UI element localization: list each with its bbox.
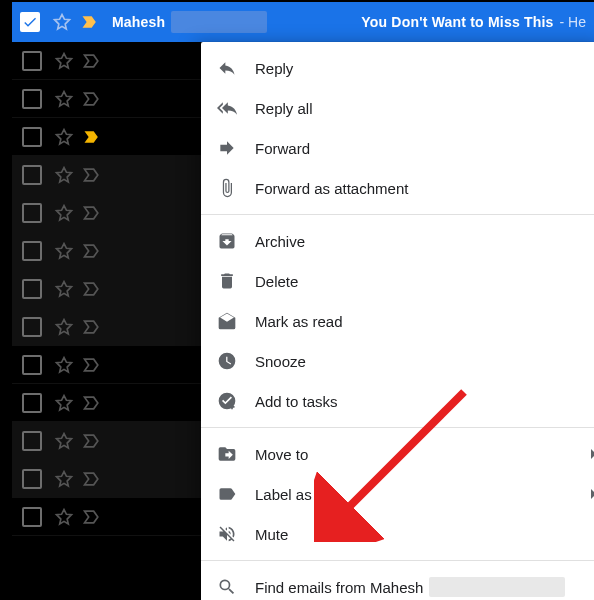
reply-all-icon bbox=[217, 98, 237, 118]
menu-item-move-to[interactable]: Move to bbox=[201, 434, 594, 474]
search-icon bbox=[217, 577, 237, 597]
menu-item-label: Forward bbox=[255, 140, 310, 157]
important-marker-icon[interactable] bbox=[82, 317, 102, 337]
menu-item-mark-read[interactable]: Mark as read bbox=[201, 301, 594, 341]
redacted-surname bbox=[429, 577, 565, 597]
reply-icon bbox=[217, 58, 237, 78]
checkbox-icon[interactable] bbox=[22, 241, 42, 261]
star-icon[interactable] bbox=[54, 127, 74, 147]
checkbox-icon[interactable] bbox=[22, 431, 42, 451]
star-icon[interactable] bbox=[54, 355, 74, 375]
menu-item-forward-attachment[interactable]: Forward as attachment bbox=[201, 168, 594, 208]
checkbox-icon[interactable] bbox=[22, 51, 42, 71]
checkbox-icon[interactable] bbox=[22, 279, 42, 299]
important-marker-icon[interactable] bbox=[82, 51, 102, 71]
menu-divider bbox=[201, 560, 594, 561]
checkbox-icon[interactable] bbox=[22, 203, 42, 223]
important-marker-icon[interactable] bbox=[82, 241, 102, 261]
move-to-icon bbox=[217, 444, 237, 464]
menu-item-label: Move to bbox=[255, 446, 308, 463]
star-icon[interactable] bbox=[54, 279, 74, 299]
checkbox-icon[interactable] bbox=[22, 89, 42, 109]
menu-item-label: Snooze bbox=[255, 353, 306, 370]
menu-item-reply-all[interactable]: Reply all bbox=[201, 88, 594, 128]
menu-item-label: Add to tasks bbox=[255, 393, 338, 410]
important-marker-icon[interactable] bbox=[82, 507, 102, 527]
important-marker-icon[interactable] bbox=[80, 12, 100, 32]
menu-item-label: Reply all bbox=[255, 100, 313, 117]
important-marker-icon[interactable] bbox=[82, 393, 102, 413]
checkbox-checked[interactable] bbox=[20, 12, 40, 32]
delete-icon bbox=[217, 271, 237, 291]
star-icon[interactable] bbox=[54, 203, 74, 223]
star-icon[interactable] bbox=[54, 317, 74, 337]
star-icon[interactable] bbox=[54, 241, 74, 261]
star-icon[interactable] bbox=[54, 165, 74, 185]
checkbox-icon[interactable] bbox=[22, 507, 42, 527]
checkbox-icon[interactable] bbox=[22, 317, 42, 337]
menu-item-label: Archive bbox=[255, 233, 305, 250]
snooze-icon bbox=[217, 351, 237, 371]
important-marker-icon[interactable] bbox=[82, 127, 102, 147]
menu-item-label: Mark as read bbox=[255, 313, 343, 330]
menu-divider bbox=[201, 427, 594, 428]
important-marker-icon[interactable] bbox=[82, 203, 102, 223]
menu-item-label: Reply bbox=[255, 60, 293, 77]
important-marker-icon[interactable] bbox=[82, 165, 102, 185]
star-icon[interactable] bbox=[54, 89, 74, 109]
mark-read-icon bbox=[217, 311, 237, 331]
redacted-sender-surname bbox=[171, 11, 267, 33]
menu-item-mute[interactable]: Mute bbox=[201, 514, 594, 554]
menu-item-label: Delete bbox=[255, 273, 298, 290]
star-icon[interactable] bbox=[54, 507, 74, 527]
menu-item-forward[interactable]: Forward bbox=[201, 128, 594, 168]
checkbox-icon[interactable] bbox=[22, 355, 42, 375]
menu-item-label: Label as bbox=[255, 486, 312, 503]
important-marker-icon[interactable] bbox=[82, 431, 102, 451]
menu-item-label: Find emails from Mahesh bbox=[255, 579, 423, 596]
menu-item-archive[interactable]: Archive bbox=[201, 221, 594, 261]
sender-name: Mahesh bbox=[112, 14, 165, 30]
important-marker-icon[interactable] bbox=[82, 279, 102, 299]
attachment-icon bbox=[217, 178, 237, 198]
important-marker-icon[interactable] bbox=[82, 355, 102, 375]
menu-divider bbox=[201, 214, 594, 215]
checkbox-icon[interactable] bbox=[22, 165, 42, 185]
star-icon[interactable] bbox=[54, 393, 74, 413]
forward-icon bbox=[217, 138, 237, 158]
important-marker-icon[interactable] bbox=[82, 89, 102, 109]
checkbox-icon[interactable] bbox=[22, 127, 42, 147]
checkbox-icon[interactable] bbox=[22, 469, 42, 489]
email-subject: You Don't Want to Miss This bbox=[361, 14, 553, 30]
important-marker-icon[interactable] bbox=[82, 469, 102, 489]
menu-item-add-tasks[interactable]: Add to tasks bbox=[201, 381, 594, 421]
star-icon[interactable] bbox=[54, 431, 74, 451]
menu-item-delete[interactable]: Delete bbox=[201, 261, 594, 301]
context-menu: Reply Reply all Forward Forward as attac… bbox=[201, 42, 594, 600]
star-icon[interactable] bbox=[54, 469, 74, 489]
menu-item-snooze[interactable]: Snooze bbox=[201, 341, 594, 381]
email-preview-snippet: - He bbox=[560, 14, 586, 30]
menu-item-reply[interactable]: Reply bbox=[201, 48, 594, 88]
label-icon bbox=[217, 484, 237, 504]
add-tasks-icon bbox=[217, 391, 237, 411]
checkbox-icon[interactable] bbox=[22, 393, 42, 413]
menu-item-label-as[interactable]: Label as bbox=[201, 474, 594, 514]
mute-icon bbox=[217, 524, 237, 544]
menu-item-label: Mute bbox=[255, 526, 288, 543]
star-icon[interactable] bbox=[52, 12, 72, 32]
menu-item-label: Forward as attachment bbox=[255, 180, 408, 197]
email-row-selected[interactable]: Mahesh You Don't Want to Miss This - He bbox=[12, 2, 594, 42]
menu-item-find-emails[interactable]: Find emails from Mahesh bbox=[201, 567, 594, 600]
archive-icon bbox=[217, 231, 237, 251]
star-icon[interactable] bbox=[54, 51, 74, 71]
